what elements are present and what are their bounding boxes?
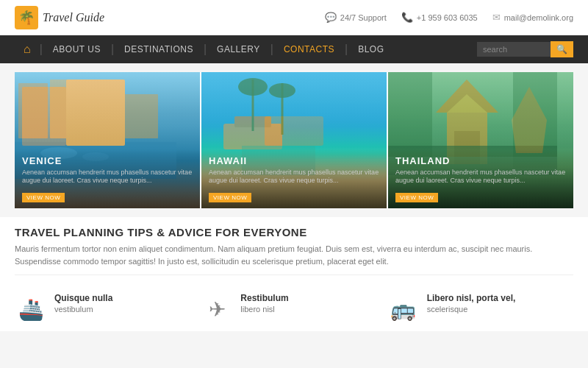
support-item: 💬 24/7 Support — [325, 12, 387, 23]
section-title: TRAVEL PLANNING TIPS & ADVICE FOR EVERYO… — [15, 226, 573, 238]
plane-icon: ✈ — [209, 297, 226, 322]
bus-feature-text: Libero nisl, porta vel, scelerisque — [427, 293, 516, 314]
nav-item-about[interactable]: ABOUT US — [43, 44, 111, 54]
search-input[interactable] — [477, 42, 551, 57]
svg-rect-2 — [50, 79, 90, 138]
nav-item-gallery[interactable]: GALLERY — [207, 44, 270, 54]
nav-item-contacts[interactable]: CONTACTS — [273, 44, 345, 54]
top-contacts: 💬 24/7 Support 📞 +1 959 603 6035 ✉ mail@… — [325, 12, 573, 23]
top-bar: 🌴 Travel Guide 💬 24/7 Support 📞 +1 959 6… — [0, 0, 588, 35]
hawaii-btn[interactable]: VIEW NOW — [209, 193, 251, 202]
features-row: 🚢 Quisque nulla vestibulum ✈ Restibulum … — [0, 287, 588, 331]
destination-gallery: VENICE Aenean accumsan hendrerit mus pha… — [15, 72, 573, 208]
plane-feature-text: Restibulum libero nisl — [240, 293, 288, 314]
logo-icon: 🌴 — [15, 6, 38, 29]
hawaii-title: HAWAII — [209, 155, 379, 166]
hawaii-overlay: HAWAII Aenean accumsan hendrerit mus pha… — [201, 149, 387, 208]
email-icon: ✉ — [492, 12, 501, 23]
hawaii-desc: Aenean accumsan hendrerit mus phasellus … — [209, 169, 379, 185]
phone-number: +1 959 603 6035 — [417, 13, 478, 22]
svg-rect-3 — [92, 91, 118, 138]
bus-subtitle: scelerisque — [427, 305, 516, 314]
gallery-item-thailand[interactable]: THAILAND Aenean accumsan hendrerit mus p… — [387, 72, 573, 208]
phone-icon: 📞 — [401, 12, 413, 23]
feature-ship: 🚢 Quisque nulla vestibulum — [15, 293, 201, 325]
svg-point-14 — [269, 83, 295, 98]
ship-subtitle: vestibulum — [54, 305, 112, 314]
plane-title: Restibulum — [240, 293, 288, 303]
main-nav: ⌂ | ABOUT US | DESTINATIONS | GALLERY | … — [0, 35, 588, 63]
email-address: mail@demolink.org — [504, 13, 573, 22]
thailand-desc: Aenean accumsan hendrerit mus phasellus … — [395, 169, 566, 185]
feature-plane: ✈ Restibulum libero nisl — [201, 293, 387, 325]
section-divider — [15, 275, 573, 275]
nav-home-icon[interactable]: ⌂ — [15, 43, 40, 56]
bus-title: Libero nisl, porta vel, — [427, 293, 516, 303]
feature-bus: 🚌 Libero nisl, porta vel, scelerisque — [387, 293, 573, 325]
gallery-item-hawaii[interactable]: HAWAII Aenean accumsan hendrerit mus pha… — [200, 72, 387, 208]
venice-desc: Aenean accumsan hendrerit mus phasellus … — [22, 169, 193, 185]
logo-text: Travel Guide — [43, 11, 104, 24]
plane-subtitle: libero nisl — [240, 305, 288, 314]
email-item: ✉ mail@demolink.org — [492, 12, 573, 23]
svg-rect-4 — [121, 94, 158, 138]
support-label: 24/7 Support — [340, 13, 387, 22]
search-button[interactable]: 🔍 — [551, 41, 573, 57]
tips-section: TRAVEL PLANNING TIPS & ADVICE FOR EVERYO… — [0, 217, 588, 287]
ship-feature-text: Quisque nulla vestibulum — [54, 293, 112, 314]
venice-title: VENICE — [22, 155, 193, 166]
ship-title: Quisque nulla — [54, 293, 112, 303]
nav-search[interactable]: 🔍 — [477, 41, 573, 57]
nav-item-blog[interactable]: BLOG — [348, 44, 394, 54]
ship-icon-wrap: 🚢 — [15, 293, 47, 325]
logo: 🌴 Travel Guide — [15, 6, 325, 29]
svg-rect-1 — [18, 83, 48, 138]
bus-icon-wrap: 🚌 — [387, 293, 420, 325]
section-text: Mauris fermentum tortor non enim aliquet… — [15, 243, 573, 267]
thailand-overlay: THAILAND Aenean accumsan hendrerit mus p… — [388, 149, 573, 208]
venice-overlay: VENICE Aenean accumsan hendrerit mus pha… — [15, 149, 200, 208]
thailand-btn[interactable]: VIEW NOW — [395, 193, 438, 202]
venice-btn[interactable]: VIEW NOW — [22, 193, 65, 202]
ship-icon: 🚢 — [18, 297, 44, 322]
support-icon: 💬 — [325, 12, 337, 23]
svg-point-12 — [238, 78, 268, 96]
bus-icon: 🚌 — [390, 297, 416, 322]
plane-icon-wrap: ✈ — [201, 293, 233, 325]
phone-item: 📞 +1 959 603 6035 — [401, 12, 478, 23]
gallery-item-venice[interactable]: VENICE Aenean accumsan hendrerit mus pha… — [15, 72, 200, 208]
nav-item-destinations[interactable]: DESTINATIONS — [114, 44, 204, 54]
thailand-title: THAILAND — [395, 155, 566, 166]
